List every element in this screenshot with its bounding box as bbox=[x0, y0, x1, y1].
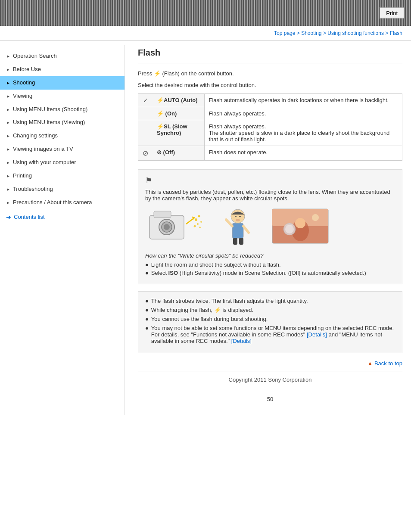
svg-point-10 bbox=[200, 221, 202, 223]
sidebar-item-viewing-tv[interactable]: ► Viewing images on a TV bbox=[0, 143, 125, 156]
tip-body: This is caused by particles (dust, polle… bbox=[145, 189, 395, 202]
tip-header: ⚑ bbox=[145, 176, 395, 185]
tip-section: ⚑ This is caused by particles (dust, pol… bbox=[138, 169, 402, 284]
svg-point-11 bbox=[194, 225, 196, 227]
breadcrumb-top[interactable]: Top page bbox=[274, 30, 295, 36]
sidebar-item-menu-viewing[interactable]: ► Using MENU items (Viewing) bbox=[0, 116, 125, 129]
table-row: ⊘ ⊘ (Off) Flash does not operate. bbox=[138, 146, 402, 161]
note-text: The flash strobes twice. The first flash… bbox=[151, 298, 308, 304]
flash-mode-table: ✓ ⚡AUTO (Auto) Flash automatically opera… bbox=[138, 93, 402, 161]
intro-line-1: Press ⚡ (Flash) on the control button. bbox=[138, 70, 402, 77]
arrow-icon: ► bbox=[6, 160, 10, 165]
reduce-bullet-1: ● Light the room and shoot the subject w… bbox=[145, 261, 395, 268]
svg-rect-20 bbox=[233, 238, 237, 245]
svg-point-12 bbox=[199, 227, 201, 228]
bullet-icon: ● bbox=[145, 298, 149, 304]
note-1: ● The flash strobes twice. The first fla… bbox=[145, 298, 395, 304]
svg-rect-17 bbox=[232, 223, 243, 238]
svg-point-25 bbox=[295, 218, 305, 228]
breadcrumb-shooting[interactable]: Shooting bbox=[301, 30, 321, 36]
bullet-icon: ● bbox=[145, 325, 149, 331]
table-row: ✓ ⚡AUTO (Auto) Flash automatically opera… bbox=[138, 94, 402, 107]
sidebar-item-changing-settings[interactable]: ► Changing settings bbox=[0, 129, 125, 143]
photo-illustration bbox=[270, 207, 330, 246]
table-row: ⚡SL (Slow Synchro) Flash always operates… bbox=[138, 120, 402, 146]
arrow-icon: ► bbox=[6, 146, 10, 152]
arrow-icon: ► bbox=[6, 93, 10, 99]
sidebar-item-using-computer[interactable]: ► Using with your computer bbox=[0, 156, 125, 169]
sidebar-label: Changing settings bbox=[13, 132, 58, 140]
camera-flash-illustration bbox=[145, 207, 206, 246]
copyright: Copyright 2011 Sony Corporation bbox=[138, 371, 402, 383]
mode-label-on: ⚡ (On) bbox=[153, 107, 204, 120]
page-number: 50 bbox=[138, 396, 402, 402]
svg-point-7 bbox=[195, 218, 197, 221]
reduce-bullet-2: ● Select ISO (High Sensitivity) mode in … bbox=[145, 270, 395, 276]
print-button[interactable]: Print bbox=[380, 8, 404, 19]
contents-list-link[interactable]: ➔ Contents list bbox=[0, 209, 125, 225]
tip-icon: ⚑ bbox=[145, 176, 152, 185]
back-to-top: ▲ Back to top bbox=[138, 360, 402, 367]
svg-point-28 bbox=[312, 214, 319, 221]
arrow-icon: ► bbox=[6, 133, 10, 139]
arrow-icon: ► bbox=[6, 53, 10, 59]
sidebar: ► Operation Search ► Before Use ► Shooti… bbox=[0, 45, 125, 415]
sidebar-label: Before Use bbox=[13, 66, 41, 73]
breadcrumb-using-shooting[interactable]: Using shooting functions bbox=[327, 30, 384, 36]
contents-list-anchor[interactable]: Contents list bbox=[14, 214, 45, 220]
back-to-top-link[interactable]: ▲ Back to top bbox=[367, 360, 402, 367]
svg-point-16 bbox=[236, 219, 240, 221]
details-link-2[interactable]: [Details] bbox=[231, 338, 252, 344]
sidebar-item-shooting[interactable]: ► Shooting bbox=[0, 76, 125, 90]
mode-desc-auto: Flash automatically operates in dark loc… bbox=[204, 94, 402, 107]
note-4: ● You may not be able to set some functi… bbox=[145, 325, 395, 344]
mode-label-off: ⊘ (Off) bbox=[153, 146, 204, 161]
table-row: ⚡ (On) Flash always operates. bbox=[138, 107, 402, 120]
bullet-text: Select ISO (High Sensitivity) mode in Sc… bbox=[151, 270, 366, 276]
page-title: Flash bbox=[138, 48, 402, 63]
header-bar: Print bbox=[0, 0, 411, 26]
bullet-text: Light the room and shoot the subject wit… bbox=[151, 261, 281, 268]
intro-line-2: Select the desired mode with the control… bbox=[138, 82, 402, 88]
bullet-icon: ● bbox=[145, 316, 149, 322]
sidebar-item-precautions[interactable]: ► Precautions / About this camera bbox=[0, 196, 125, 209]
sidebar-item-operation-search[interactable]: ► Operation Search bbox=[0, 50, 125, 63]
sidebar-label: Viewing images on a TV bbox=[13, 146, 73, 153]
contents-list-arrow-icon: ➔ bbox=[6, 214, 11, 221]
bullet-icon: ● bbox=[145, 261, 149, 268]
main-content: Flash Press ⚡ (Flash) on the control but… bbox=[125, 45, 411, 415]
svg-rect-21 bbox=[239, 238, 243, 245]
details-link-1[interactable]: [Details] bbox=[307, 331, 327, 338]
svg-line-18 bbox=[226, 220, 232, 226]
svg-point-27 bbox=[285, 225, 294, 233]
arrow-icon: ► bbox=[6, 80, 10, 86]
main-layout: ► Operation Search ► Before Use ► Shooti… bbox=[0, 45, 411, 415]
sidebar-item-viewing[interactable]: ► Viewing bbox=[0, 90, 125, 103]
sidebar-label: Using MENU items (Shooting) bbox=[13, 106, 87, 113]
note-2: ● While charging the flash, ⚡ is display… bbox=[145, 307, 395, 313]
svg-point-9 bbox=[197, 223, 199, 225]
back-arrow-icon: ▲ bbox=[367, 360, 373, 367]
sidebar-label: Using with your computer bbox=[13, 159, 76, 166]
mode-icon-slow bbox=[138, 120, 153, 146]
sidebar-label: Operation Search bbox=[13, 53, 57, 60]
arrow-icon: ► bbox=[6, 200, 10, 205]
person-illustration bbox=[214, 207, 262, 246]
sidebar-label: Using MENU items (Viewing) bbox=[13, 119, 85, 126]
svg-point-4 bbox=[164, 224, 170, 230]
mode-desc-off: Flash does not operate. bbox=[204, 146, 402, 161]
breadcrumb-flash[interactable]: Flash bbox=[390, 30, 402, 36]
note-3: ● You cannot use the flash during burst … bbox=[145, 316, 395, 322]
sidebar-item-printing[interactable]: ► Printing bbox=[0, 169, 125, 183]
breadcrumb: Top page > Shooting > Using shooting fun… bbox=[0, 26, 411, 41]
svg-rect-1 bbox=[154, 211, 171, 218]
sidebar-item-menu-shooting[interactable]: ► Using MENU items (Shooting) bbox=[0, 103, 125, 116]
mode-label-auto: ⚡AUTO (Auto) bbox=[153, 94, 204, 107]
back-to-top-label: Back to top bbox=[374, 360, 402, 367]
illustrations-row bbox=[145, 207, 395, 246]
sidebar-item-before-use[interactable]: ► Before Use bbox=[0, 63, 125, 76]
note-text: While charging the flash, ⚡ is displayed… bbox=[151, 307, 253, 313]
svg-line-19 bbox=[243, 226, 249, 233]
sidebar-item-troubleshooting[interactable]: ► Troubleshooting bbox=[0, 183, 125, 196]
bullet-icon: ● bbox=[145, 270, 149, 276]
